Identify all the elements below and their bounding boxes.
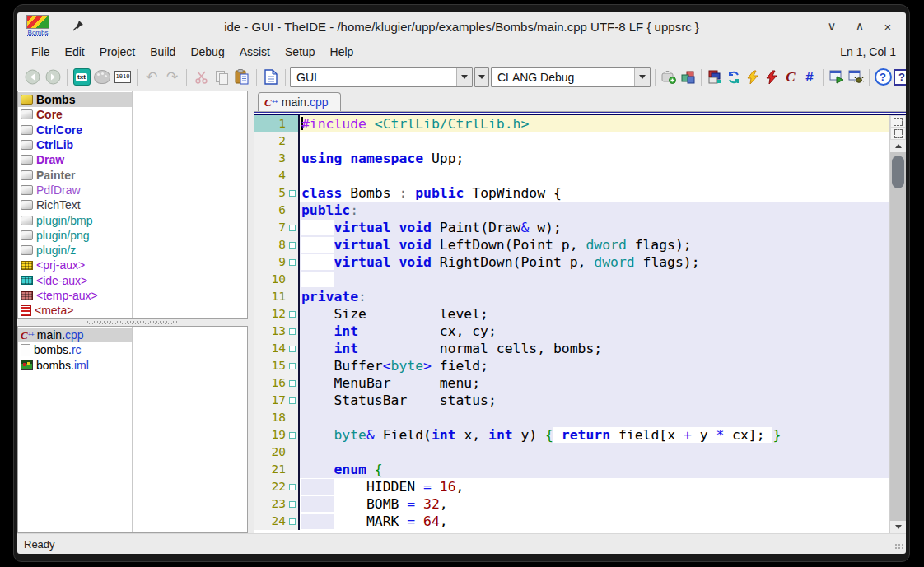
code-text[interactable]: HIDDEN = 16, bbox=[298, 478, 889, 495]
package-item-temp-aux[interactable]: <temp-aux> bbox=[18, 288, 132, 303]
code-line-24[interactable]: 24 MARK = 64, bbox=[254, 513, 889, 530]
rebuild-button[interactable] bbox=[763, 67, 781, 87]
resize-grip[interactable] bbox=[895, 544, 903, 551]
context-help-button[interactable]: ? bbox=[893, 67, 906, 87]
package-item-pdfdraw[interactable]: PdfDraw bbox=[18, 183, 132, 198]
code-text[interactable]: class Bombs : public TopWindow { bbox=[298, 184, 889, 202]
file-item-main-cpp[interactable]: C++main.cpp bbox=[18, 328, 132, 342]
help-button[interactable]: ? bbox=[874, 67, 892, 87]
navigate-forward-button[interactable] bbox=[43, 67, 63, 87]
code-lines[interactable]: 1#include <CtrlLib/CtrlLib.h>23using nam… bbox=[254, 115, 889, 533]
code-text[interactable]: MenuBar menu; bbox=[298, 374, 889, 392]
code-line-13[interactable]: 13 int cx, cy; bbox=[254, 323, 889, 340]
code-text[interactable]: StatusBar status; bbox=[298, 392, 889, 409]
split-horizontal-button[interactable] bbox=[890, 115, 906, 128]
menu-debug[interactable]: Debug bbox=[183, 42, 231, 62]
menu-project[interactable]: Project bbox=[92, 42, 143, 62]
code-text[interactable]: MARK = 64, bbox=[298, 513, 889, 530]
titlebar[interactable]: Bombs ide - GUI - TheIDE - /home/klugier… bbox=[17, 12, 906, 40]
package-item-ctrllib[interactable]: CtrlLib bbox=[18, 137, 132, 152]
package-item-core[interactable]: Core bbox=[18, 107, 132, 122]
cut-button[interactable] bbox=[191, 67, 211, 87]
chevron-down-icon[interactable] bbox=[634, 68, 650, 86]
code-line-15[interactable]: 15 Buffer<byte> field; bbox=[254, 357, 889, 374]
menu-file[interactable]: File bbox=[24, 42, 58, 62]
package-item-plugin-bmp[interactable]: plugin/bmp bbox=[18, 212, 132, 227]
code-line-22[interactable]: 22 HIDDEN = 16, bbox=[254, 478, 889, 495]
text-edit-mode-button[interactable]: txt bbox=[72, 67, 91, 87]
close-button[interactable]: × bbox=[881, 20, 894, 34]
horizontal-splitter[interactable] bbox=[17, 319, 248, 326]
code-line-7[interactable]: 7 virtual void Paint(Draw& w); bbox=[254, 219, 889, 236]
build-method-combobox[interactable]: CLANG Debug bbox=[491, 67, 651, 87]
build-button[interactable] bbox=[744, 67, 762, 87]
code-line-5[interactable]: 5class Bombs : public TopWindow { bbox=[254, 184, 889, 202]
split-vertical-button[interactable] bbox=[890, 128, 906, 140]
code-line-4[interactable]: 4 bbox=[254, 167, 889, 184]
undo-button[interactable]: ↶ bbox=[142, 67, 161, 87]
code-line-18[interactable]: 18 bbox=[254, 409, 889, 426]
menu-assist[interactable]: Assist bbox=[232, 42, 278, 62]
code-text[interactable]: int cx, cy; bbox=[298, 323, 889, 340]
package-item-ide-aux[interactable]: <ide-aux> bbox=[18, 273, 132, 288]
image-designer-button[interactable] bbox=[706, 67, 724, 87]
minimize-button[interactable]: ∨ bbox=[825, 19, 838, 34]
code-line-3[interactable]: 3using namespace Upp; bbox=[254, 150, 889, 167]
code-text[interactable] bbox=[298, 444, 889, 461]
file-item-bombs-rc[interactable]: bombs.rc bbox=[18, 342, 132, 357]
code-line-17[interactable]: 17 StatusBar status; bbox=[254, 392, 889, 409]
code-text[interactable] bbox=[298, 409, 889, 426]
code-line-20[interactable]: 20 bbox=[254, 444, 889, 461]
file-item-bombs-iml[interactable]: bombs.iml bbox=[18, 358, 132, 373]
code-line-9[interactable]: 9 virtual void RightDown(Point p, dword … bbox=[254, 253, 889, 271]
vertical-splitter[interactable] bbox=[248, 91, 254, 533]
package-item-prj-aux[interactable]: <prj-aux> bbox=[18, 258, 132, 272]
sync-refresh-button[interactable] bbox=[725, 67, 743, 87]
code-line-14[interactable]: 14 int normal_cells, bombs; bbox=[254, 340, 889, 357]
tab-main-cpp[interactable]: C++ main.cpp bbox=[258, 92, 341, 111]
code-text[interactable]: virtual void LeftDown(Point p, dword fla… bbox=[298, 236, 889, 253]
scroll-down-button[interactable] bbox=[890, 521, 906, 533]
menu-edit[interactable]: Edit bbox=[58, 42, 92, 62]
designer-mode-button[interactable] bbox=[92, 67, 112, 87]
code-line-16[interactable]: 16 MenuBar menu; bbox=[254, 374, 889, 392]
config-dropdown-button[interactable] bbox=[474, 67, 489, 87]
code-line-1[interactable]: 1#include <CtrlLib/CtrlLib.h> bbox=[254, 115, 889, 132]
package-item-painter[interactable]: Painter bbox=[18, 167, 132, 182]
chevron-down-icon[interactable] bbox=[456, 68, 472, 86]
install-packages-button[interactable] bbox=[660, 67, 678, 87]
copy-button[interactable] bbox=[212, 67, 231, 87]
menu-setup[interactable]: Setup bbox=[278, 42, 323, 62]
navigate-back-button[interactable] bbox=[22, 67, 42, 87]
code-line-21[interactable]: 21 enum { bbox=[254, 461, 889, 478]
pin-icon[interactable] bbox=[72, 19, 85, 32]
hex-mode-button[interactable]: 1010 bbox=[113, 67, 133, 87]
select-packages-button[interactable] bbox=[679, 67, 697, 87]
code-text[interactable] bbox=[298, 167, 889, 184]
debug-button[interactable] bbox=[847, 67, 865, 87]
package-item-draw[interactable]: Draw bbox=[18, 152, 132, 167]
code-text[interactable]: virtual void RightDown(Point p, dword fl… bbox=[298, 253, 889, 271]
main-config-combobox[interactable]: GUI bbox=[290, 67, 473, 87]
package-item-plugin-png[interactable]: plugin/png bbox=[18, 228, 132, 243]
code-text[interactable]: byte& Field(int x, int y) { return field… bbox=[298, 426, 889, 444]
package-item-richtext[interactable]: RichText bbox=[18, 198, 132, 212]
package-item-bombs[interactable]: Bombs bbox=[18, 92, 132, 107]
code-line-2[interactable]: 2 bbox=[254, 132, 889, 150]
scrollbar-track[interactable] bbox=[890, 152, 906, 521]
scrollbar-thumb[interactable] bbox=[892, 156, 904, 188]
compile-file-button[interactable]: C bbox=[782, 67, 800, 87]
code-line-11[interactable]: 11private: bbox=[254, 288, 889, 305]
code-text[interactable]: Buffer<byte> field; bbox=[298, 357, 889, 374]
package-item-plugin-z[interactable]: plugin/z bbox=[18, 243, 132, 258]
code-text[interactable]: #include <CtrlLib/CtrlLib.h> bbox=[298, 115, 889, 132]
code-text[interactable] bbox=[298, 132, 889, 150]
code-text[interactable]: public: bbox=[298, 202, 889, 219]
open-file-button[interactable] bbox=[261, 67, 281, 87]
code-text[interactable]: virtual void Paint(Draw& w); bbox=[298, 219, 889, 236]
menu-build[interactable]: Build bbox=[142, 42, 183, 62]
menu-help[interactable]: Help bbox=[323, 42, 362, 62]
preprocess-button[interactable]: # bbox=[800, 67, 819, 87]
redo-button[interactable]: ↷ bbox=[162, 67, 182, 87]
code-line-12[interactable]: 12 Size level; bbox=[254, 305, 889, 323]
